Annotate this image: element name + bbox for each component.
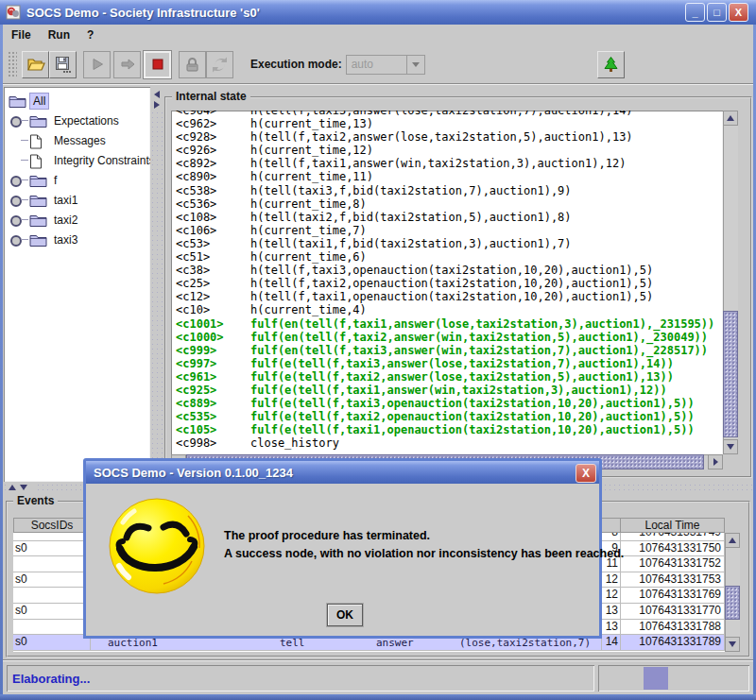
tree-item-label[interactable]: taxi1 [51, 193, 80, 208]
tree-item-label[interactable]: Expectations [51, 113, 122, 128]
cell-local-time[interactable]: 1076431331770 [621, 604, 725, 620]
cell-socsid[interactable] [13, 588, 91, 604]
stop-button[interactable] [144, 51, 171, 78]
tree-item-label[interactable]: taxi2 [51, 213, 80, 228]
scroll-up-icon[interactable] [725, 533, 740, 548]
sync-button[interactable] [206, 51, 233, 78]
cell-time[interactable]: 8 [602, 533, 621, 541]
toolbar-grip[interactable] [8, 51, 17, 77]
tree-expand-handle-icon[interactable] [9, 150, 29, 170]
cell-local-time[interactable]: 1076431331749 [621, 533, 725, 541]
tree-item[interactable]: Expectations [4, 111, 150, 130]
close-button[interactable]: X [729, 3, 748, 22]
maximize-button[interactable]: □ [707, 3, 727, 22]
play-icon [89, 56, 106, 73]
tree-expand-handle-icon[interactable] [9, 190, 29, 210]
menu-item[interactable]: Run [40, 26, 78, 44]
window-border-left [0, 25, 3, 700]
tree-item[interactable]: Integrity Constraints [4, 150, 150, 170]
internal-state-textarea[interactable]: <c964>h(tell(f,taxi3,answer(lose,taxi2st… [171, 111, 723, 454]
cell-socsid[interactable] [13, 620, 91, 636]
menu-item[interactable]: ? [78, 26, 102, 44]
cell-socsid[interactable]: s0 [13, 604, 91, 620]
column-header-socsids[interactable]: SocsIDs [13, 518, 91, 533]
scrollbar-thumb[interactable] [723, 311, 738, 437]
scroll-right-icon[interactable] [708, 454, 723, 470]
cell-local-time[interactable]: 1076431331753 [621, 572, 725, 589]
society-tree-panel[interactable]: All Expectations [4, 87, 150, 482]
tree-item-label[interactable]: Messages [51, 133, 109, 148]
lock-button[interactable] [179, 51, 206, 78]
progress-bar [598, 665, 749, 691]
tree-expand-handle-icon[interactable] [9, 130, 29, 150]
minimize-button[interactable]: _ [685, 3, 705, 22]
folder-icon [29, 114, 47, 128]
state-line: <c51>h(current_time,6) [176, 250, 723, 264]
internal-vertical-scrollbar[interactable] [723, 111, 738, 454]
cell-time[interactable]: 14 [602, 635, 621, 651]
cell-local-time[interactable]: 1076431331788 [621, 620, 725, 636]
cell-local-time[interactable]: 1076431331750 [621, 541, 725, 557]
folder-icon [29, 194, 47, 208]
splitter-collapse-left-icon[interactable] [154, 91, 160, 98]
document-icon [29, 154, 43, 169]
tree-item[interactable]: taxi1 [4, 190, 150, 210]
cell-local-time[interactable]: 1076431331752 [621, 556, 725, 572]
save-button[interactable] [49, 51, 77, 78]
cell-socsid[interactable]: s0 [13, 635, 91, 651]
splitter-collapse-down-icon[interactable] [20, 485, 27, 490]
tree-expand-handle-icon[interactable] [9, 111, 29, 130]
cell-time[interactable]: 13 [602, 620, 621, 636]
cell-time[interactable]: 12 [602, 572, 621, 589]
scroll-down-icon[interactable] [723, 439, 738, 454]
tree-expand-handle-icon[interactable] [9, 170, 29, 190]
lock-icon [183, 56, 201, 74]
tree-item-label[interactable]: taxi3 [51, 232, 80, 248]
cell-local-time[interactable]: 1076431331789 [621, 635, 725, 651]
ok-button[interactable]: OK [327, 604, 363, 626]
scroll-up-icon[interactable] [723, 111, 738, 126]
scroll-down-icon[interactable] [725, 637, 740, 652]
tree-icon [602, 56, 620, 74]
events-vertical-scrollbar[interactable] [725, 533, 740, 652]
open-folder-icon [26, 56, 45, 73]
scrollbar-thumb[interactable] [725, 586, 740, 620]
execution-mode-combo[interactable]: auto [346, 55, 425, 75]
menu-item[interactable]: File [3, 26, 40, 44]
step-arrow-icon [119, 56, 136, 73]
state-line: <c997>fulf(e(tell(f,taxi3,answer(lose,ta… [176, 357, 723, 370]
tree-item[interactable]: taxi3 [4, 230, 150, 249]
society-tree-button[interactable] [597, 51, 625, 78]
internal-state-panel: Internal state <c964>h(tell(f,taxi3,answ… [164, 96, 752, 478]
step-button[interactable] [113, 51, 141, 78]
splitter-collapse-right-icon[interactable] [154, 101, 160, 109]
tree-item-label[interactable]: All [30, 94, 48, 109]
cell-socsid[interactable]: s0 [13, 572, 91, 589]
cell-socsid[interactable] [13, 533, 91, 541]
cell-time[interactable]: 12 [602, 588, 621, 604]
tree-item[interactable]: taxi2 [4, 210, 150, 230]
dialog-close-button[interactable]: X [576, 464, 596, 483]
tree-item[interactable]: All [4, 91, 150, 111]
tree-item-label[interactable]: f [51, 173, 60, 188]
tree-expand-handle-icon[interactable] [9, 210, 29, 230]
column-header-local-time[interactable]: Local Time [621, 518, 725, 533]
column-header-time[interactable] [602, 518, 621, 533]
cell-socsid[interactable]: s0 [13, 541, 91, 557]
vertical-splitter[interactable] [150, 87, 163, 482]
cell-local-time[interactable]: 1076431331769 [621, 588, 725, 604]
tree-expand-handle-icon[interactable] [9, 230, 29, 249]
splitter-collapse-up-icon[interactable] [9, 485, 16, 490]
cell-socsid[interactable] [13, 556, 91, 572]
cell-time[interactable]: 13 [602, 604, 621, 620]
tree-item[interactable]: Messages [4, 130, 150, 150]
state-line: <c536>h(current_time,8) [176, 197, 723, 211]
state-line: <c889>fulf(e(tell(f,taxi3,openauction(ta… [176, 397, 723, 410]
execution-mode-label: Execution mode: [250, 58, 342, 71]
open-button[interactable] [22, 51, 49, 78]
sync-arrows-icon [211, 56, 229, 74]
result-dialog: SOCS Demo - Version 0.1.00_1234 X The pr… [83, 458, 602, 639]
tree-item[interactable]: f [4, 170, 150, 190]
play-button[interactable] [83, 51, 111, 78]
tree-item-label[interactable]: Integrity Constraints [51, 153, 150, 168]
